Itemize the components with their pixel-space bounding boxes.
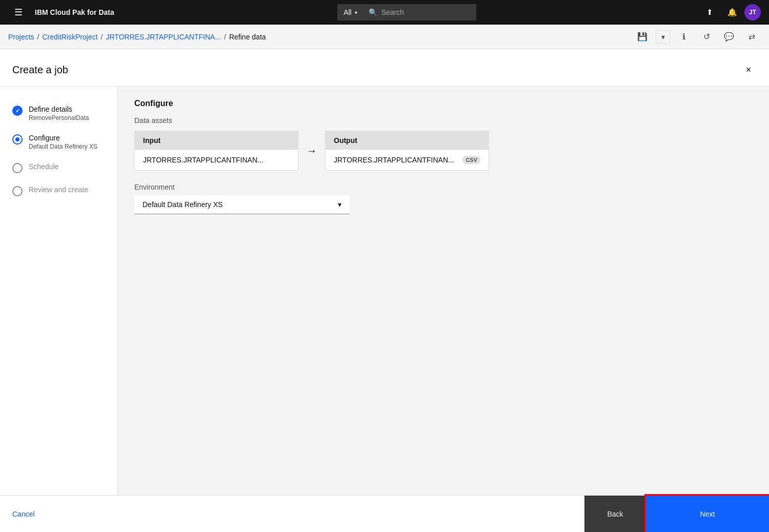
configure-content: Configure Data assets Input JRTORRES.JRT…	[118, 87, 769, 495]
search-input[interactable]	[381, 8, 463, 16]
output-asset-box: Output JRTORRES.JRTAPPLICANTFINAN... CSV	[325, 131, 489, 171]
main-content: Create a job × Define details RemovePers…	[0, 49, 769, 532]
environment-value: Default Data Refinery XS	[143, 200, 222, 209]
breadcrumb-current: Refine data	[229, 33, 266, 41]
footer-right: Back Next	[584, 496, 769, 532]
data-assets-label: Data assets	[134, 116, 753, 125]
notifications-icon[interactable]: 🔔	[722, 0, 742, 25]
output-header: Output	[326, 131, 489, 150]
csv-badge: CSV	[462, 156, 480, 164]
dialog-close-button[interactable]: ×	[740, 62, 757, 78]
menu-icon[interactable]: ☰	[8, 0, 29, 25]
stepper-sidebar: Define details RemovePersonalData Config…	[0, 87, 118, 495]
configure-section-title: Configure	[134, 99, 753, 108]
step-2-text: Configure Default Data Refinery XS	[29, 134, 97, 150]
dialog-title: Create a job	[12, 64, 68, 76]
cancel-button[interactable]: Cancel	[12, 510, 35, 518]
dialog-footer: Cancel Back Next	[0, 495, 769, 532]
step-indicator-inactive-3	[12, 163, 23, 173]
search-bar: 🔍	[363, 4, 476, 21]
avatar[interactable]: JT	[744, 4, 761, 21]
step-define-details[interactable]: Define details RemovePersonalData	[0, 99, 117, 128]
input-value: JRTORRES.JRTAPPLICANTFINAN...	[143, 156, 264, 164]
step-indicator-active	[12, 134, 23, 145]
step-4-label: Review and create	[29, 186, 88, 194]
breadcrumb-sep-2: /	[101, 33, 103, 41]
history-icon[interactable]: ↺	[697, 28, 716, 46]
step-1-text: Define details RemovePersonalData	[29, 105, 89, 121]
breadcrumb-jrtorres[interactable]: JRTORRES.JRTAPPLICANTFINA...	[106, 33, 221, 41]
search-scope-selector[interactable]: All ▾	[337, 4, 363, 21]
close-icon: ×	[746, 65, 752, 75]
footer-left: Cancel	[0, 510, 35, 518]
step-3-label: Schedule	[29, 162, 58, 171]
input-asset-box: Input JRTORRES.JRTAPPLICANTFINAN...	[134, 131, 298, 171]
step-1-label: Define details	[29, 105, 89, 113]
breadcrumb: Projects / CreditRiskProject / JRTORRES.…	[8, 33, 266, 41]
topbar-right: ⬆ 🔔 JT	[699, 0, 761, 25]
step-indicator-inactive-4	[12, 186, 23, 196]
step-3-text: Schedule	[29, 162, 58, 171]
search-icon: 🔍	[369, 8, 377, 16]
topbar-left: ☰ IBM Cloud Pak for Data	[8, 0, 114, 25]
create-job-dialog: Create a job × Define details RemovePers…	[0, 49, 769, 532]
share-icon[interactable]: ⇄	[742, 28, 761, 46]
step-review-create[interactable]: Review and create	[0, 179, 117, 202]
save-icon[interactable]: 💾	[633, 28, 652, 46]
save-dropdown-btn[interactable]: ▾	[656, 30, 671, 44]
step-indicator-completed	[12, 106, 23, 116]
breadcrumb-sep-1: /	[37, 33, 39, 41]
topbar-search: All ▾ 🔍	[304, 4, 509, 21]
top-navbar: ☰ IBM Cloud Pak for Data All ▾ 🔍 ⬆ 🔔 JT	[0, 0, 769, 25]
output-value: JRTORRES.JRTAPPLICANTFINAN...	[334, 156, 454, 164]
dialog-header: Create a job ×	[0, 49, 769, 86]
breadcrumb-sep-3: /	[224, 33, 226, 41]
step-2-sublabel: Default Data Refinery XS	[29, 143, 97, 150]
arrow-icon: →	[307, 145, 317, 157]
output-body: JRTORRES.JRTAPPLICANTFINAN... CSV	[326, 150, 489, 170]
comment-icon[interactable]: 💬	[720, 28, 738, 46]
environment-chevron-icon: ▾	[338, 200, 341, 209]
environment-label: Environment	[134, 183, 753, 191]
upload-icon[interactable]: ⬆	[699, 0, 720, 25]
step-schedule[interactable]: Schedule	[0, 156, 117, 179]
breadcrumb-actions: 💾 ▾ ℹ ↺ 💬 ⇄	[633, 28, 761, 46]
info-icon[interactable]: ℹ	[675, 28, 693, 46]
step-4-text: Review and create	[29, 186, 88, 194]
chevron-down-icon: ▾	[355, 10, 357, 15]
input-body: JRTORRES.JRTAPPLICANTFINAN...	[135, 150, 298, 170]
breadcrumb-bar: Projects / CreditRiskProject / JRTORRES.…	[0, 25, 769, 49]
data-assets-row: Input JRTORRES.JRTAPPLICANTFINAN... → Ou…	[134, 131, 753, 171]
input-header: Input	[135, 131, 298, 150]
brand-label: IBM Cloud Pak for Data	[35, 8, 114, 16]
breadcrumb-projects[interactable]: Projects	[8, 33, 34, 41]
step-configure[interactable]: Configure Default Data Refinery XS	[0, 128, 117, 156]
environment-select[interactable]: Default Data Refinery XS ▾	[134, 195, 350, 214]
next-button[interactable]: Next	[646, 496, 769, 533]
back-button[interactable]: Back	[584, 496, 646, 533]
dialog-body: Define details RemovePersonalData Config…	[0, 86, 769, 495]
step-1-sublabel: RemovePersonalData	[29, 114, 89, 121]
step-2-label: Configure	[29, 134, 97, 142]
save-dropdown-chevron: ▾	[661, 33, 665, 41]
breadcrumb-creditrisk[interactable]: CreditRiskProject	[42, 33, 97, 41]
